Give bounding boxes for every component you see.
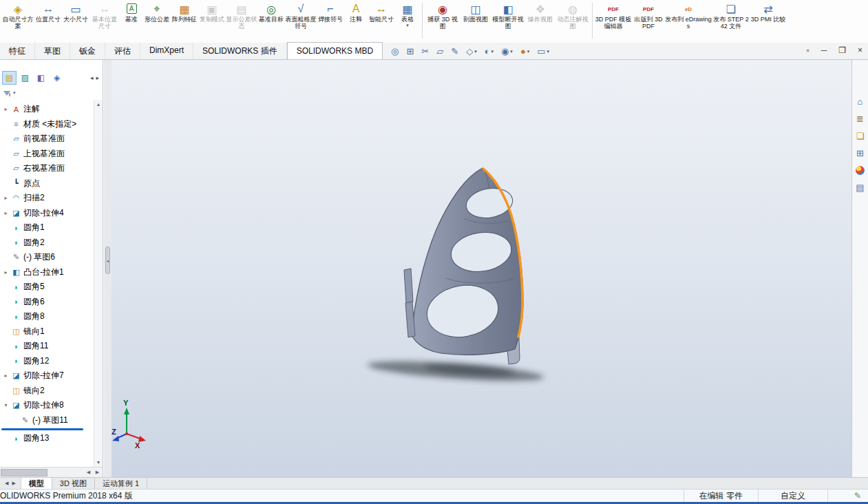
tree-item-fillet12[interactable]: ◗圆角12	[0, 354, 93, 369]
panel-splitter[interactable]: ◂	[104, 60, 112, 477]
tree-item-fillet13[interactable]: ◗圆角13	[0, 431, 93, 446]
zoom-to-area-button[interactable]: ⊞	[406, 46, 414, 56]
annotation-views-button[interactable]: ▱	[436, 46, 443, 56]
tree-item-mirror1[interactable]: ◫镜向1	[0, 324, 93, 339]
datum-button[interactable]: A基准	[120, 1, 143, 42]
tab-sketch[interactable]: 草图	[35, 42, 70, 59]
expand-arrow-icon[interactable]: ▸	[3, 106, 9, 112]
tab-solidworks-add-ins[interactable]: SOLIDWORKS 插件	[193, 42, 287, 59]
exploded-view-button[interactable]: ❖爆炸视图	[525, 1, 555, 42]
configurationmanager-tab-tab[interactable]: ◧	[34, 71, 48, 85]
edit-annotation-button[interactable]: ✎	[451, 46, 458, 56]
appearances-button[interactable]: ●▾	[520, 46, 529, 56]
tables-button[interactable]: ▦表格▾	[395, 1, 420, 42]
tree-filter-row[interactable]: ▾	[0, 86, 103, 100]
expand-arrow-icon[interactable]: ▸	[3, 210, 9, 216]
section-view-button[interactable]: ◫剖面视图	[461, 1, 491, 42]
copy-scheme-button[interactable]: ▣复制模式	[198, 1, 226, 42]
tree-horizontal-scrollbar[interactable]: ◀ ▶	[0, 467, 103, 477]
view-palette-button[interactable]: ⊞	[854, 147, 867, 159]
custom-status-button[interactable]: 自定义	[759, 490, 827, 502]
pattern-feature-button[interactable]: ▦阵列特征	[171, 1, 198, 42]
tree-item-mirror2[interactable]: ◫镜向2	[0, 384, 93, 399]
tree-item-fillet1[interactable]: ◗圆角1	[0, 220, 93, 235]
minimize-button[interactable]: ─	[821, 45, 827, 55]
display-style-button[interactable]: ◐▾	[485, 46, 494, 56]
tree-item-sketch6[interactable]: ✎(-) 草图6	[0, 250, 93, 265]
hide-show-items-button[interactable]: ◉▾	[501, 46, 513, 56]
scroll-up-button[interactable]: ▲	[96, 102, 101, 107]
rollback-bar[interactable]	[1, 428, 83, 430]
dynamic-annotation-views-button[interactable]: ◍动态注解视图	[555, 1, 590, 42]
tree-item-fillet5[interactable]: ◗圆角5	[0, 280, 93, 295]
tab-evaluate[interactable]: 评估	[105, 42, 140, 59]
tree-item-cut-extrude4[interactable]: ▸◪切除-拉伸4	[0, 206, 93, 221]
close-button[interactable]: ×	[858, 45, 862, 55]
doc-tab-model[interactable]: 模型	[21, 478, 52, 489]
pmi-compare-button[interactable]: ⇄3D PMI 比较	[750, 1, 786, 42]
model-flange-left-upper[interactable]	[404, 269, 413, 303]
expand-arrow-icon[interactable]: ▾	[3, 402, 9, 408]
tree-item-fillet8[interactable]: ◗圆角8	[0, 309, 93, 324]
custom-properties-button[interactable]: ▤	[854, 182, 867, 193]
datum-target-button[interactable]: ◎基准目标	[257, 1, 285, 42]
panel-tab-scroll-left-button[interactable]: ◂	[90, 74, 94, 81]
view-settings-button[interactable]: ▭▾	[537, 46, 549, 56]
graphics-viewport[interactable]: Y X Z	[112, 60, 851, 477]
doc-tab-3d-views[interactable]: 3D 视图	[52, 478, 95, 489]
expand-arrow-icon[interactable]: ▸	[3, 372, 9, 379]
tab-features[interactable]: 特征	[0, 42, 35, 59]
dimxpertmanager-tab-tab[interactable]: ◈	[50, 71, 64, 85]
surface-finish-button[interactable]: √表面粗糙度符号	[285, 1, 317, 42]
capture-3d-view-button[interactable]: ◉捕获 3D 视图	[425, 1, 461, 42]
note-button[interactable]: A注释	[344, 1, 368, 42]
tree-item-boss-extrude1[interactable]: ▸◧凸台-拉伸1	[0, 265, 93, 280]
file-explorer-button[interactable]: ❏	[854, 130, 867, 142]
tree-item-cut-extrude7[interactable]: ▸◪切除-拉伸7	[0, 368, 93, 384]
expand-arrow-icon[interactable]: ▸	[3, 269, 9, 275]
weld-symbol-button[interactable]: ⌐焊接符号	[317, 1, 344, 42]
tree-item-cut-extrude8[interactable]: ▾◪切除-拉伸8	[0, 398, 93, 413]
design-library-button[interactable]: ≣	[854, 113, 867, 125]
featuremanager-tab-tab[interactable]: ▤	[2, 71, 17, 85]
restore-button[interactable]: ❐	[838, 45, 846, 55]
tags-pencil-icon[interactable]: ✎	[854, 491, 861, 501]
pdf-template-editor-button[interactable]: PDF3D PDF 模板编辑器	[595, 1, 632, 42]
appearances-button[interactable]	[854, 165, 867, 176]
model-break-view-button[interactable]: ◧模型断开视图	[491, 1, 525, 42]
size-dimension-button[interactable]: ▭大小尺寸	[62, 1, 89, 42]
tolerance-status-button[interactable]: ▤显示公差状态	[226, 1, 257, 42]
doc-tab-scroll-left-button[interactable]: ◀	[5, 481, 8, 486]
auto-dimension-scheme-button[interactable]: ◈自动尺寸方案	[1, 1, 34, 42]
tree-item-right-plane[interactable]: ▱右视基准面	[0, 161, 93, 176]
view-orientation-button[interactable]: ◇▾	[466, 46, 477, 56]
tree-item-origin[interactable]: ┗原点	[0, 176, 93, 191]
home-button[interactable]: ⌂	[854, 96, 867, 107]
location-dimension-button[interactable]: ↔位置尺寸	[34, 1, 62, 42]
panel-tab-scroll-right-button[interactable]: ▸	[96, 74, 99, 81]
tree-item-fillet6[interactable]: ◗圆角6	[0, 295, 93, 310]
tab-sheet-metal[interactable]: 钣金	[70, 42, 105, 59]
publish-edrawings-button[interactable]: eD发布到 eDrawings	[665, 1, 712, 42]
tab-dimxpert[interactable]: DimXpert	[140, 42, 193, 59]
hscroll-right-button[interactable]: ▶	[93, 470, 102, 475]
orientation-triad[interactable]: Y X Z	[112, 399, 146, 450]
tree-item-sweep2[interactable]: ▸◠扫描2	[0, 191, 93, 206]
tree-item-front-plane[interactable]: ▱前视基准面	[0, 132, 93, 147]
model-flange-left-lower[interactable]	[405, 302, 415, 337]
doc-tab-motion-study-1[interactable]: 运动算例 1	[95, 478, 147, 489]
geometric-tolerance-button[interactable]: ⌖形位公差	[143, 1, 171, 42]
tree-scrollbar[interactable]: ▲ ▼	[94, 100, 103, 467]
section-view-button[interactable]: ✂	[421, 46, 429, 56]
tree-item-material[interactable]: ≡材质 <未指定>	[0, 117, 93, 132]
hscroll-thumb[interactable]	[1, 469, 47, 476]
basic-location-dimension-button[interactable]: ↔基本位置尺寸	[89, 1, 120, 42]
propertymanager-tab-tab[interactable]: ▨	[18, 71, 32, 85]
tree-item-sketch11[interactable]: ✎(-) 草图11	[0, 413, 93, 428]
viewport-canvas[interactable]: Y X Z	[112, 60, 851, 477]
smart-dimension-button[interactable]: ↔智能尺寸	[368, 1, 395, 42]
tree-item-fillet2[interactable]: ◗圆角2	[0, 235, 93, 251]
splitter-handle[interactable]: ◂	[105, 246, 110, 274]
tab-solidworks-mbd[interactable]: SOLIDWORKS MBD	[287, 42, 383, 59]
tree-item-top-plane[interactable]: ▱上视基准面	[0, 147, 93, 162]
